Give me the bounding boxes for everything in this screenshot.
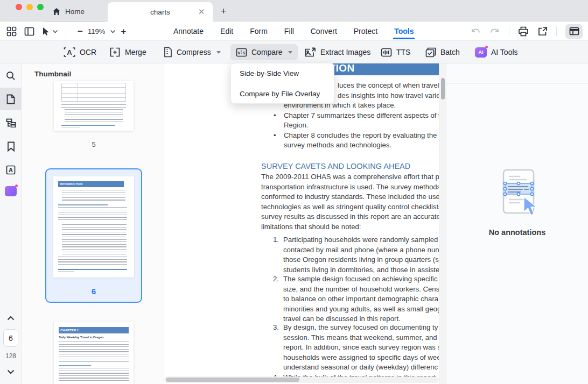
bookmark-panel-icon[interactable] — [0, 140, 22, 153]
batch-button[interactable]: Batch — [425, 41, 460, 63]
thumbnail-panel-icon[interactable] — [0, 93, 22, 105]
compare-caret-icon — [288, 51, 292, 54]
annotations-panel: No annotations — [446, 63, 588, 384]
thumb6-header: INTRODUCTION — [58, 181, 124, 187]
close-window-button[interactable] — [16, 4, 22, 10]
next-page-chevron-icon[interactable] — [0, 365, 22, 378]
svg-text:A: A — [9, 167, 13, 173]
new-tab-button[interactable]: + — [218, 6, 229, 17]
compress-caret-icon — [216, 51, 221, 54]
minimize-window-button[interactable] — [26, 4, 33, 10]
compare-button[interactable]: vs Compare — [230, 44, 298, 60]
total-pages-label: 128 — [0, 352, 22, 360]
home-icon — [52, 8, 61, 16]
ai-panel-icon[interactable] — [0, 184, 22, 197]
thumb7-header: CHAPTER 1 — [59, 327, 129, 333]
svg-text:A: A — [67, 48, 72, 56]
doc-numbered-item: 1. Participating households were randoml… — [273, 235, 439, 275]
redo-icon[interactable] — [489, 27, 500, 35]
svg-text:s: s — [242, 50, 245, 55]
no-annotations-illustration — [496, 169, 541, 223]
thumb7-title: Daily Weekday Travel in Oregon — [59, 336, 103, 339]
ocr-icon: A — [64, 47, 75, 58]
doc-numbered-item: 2. The sample design focused on achievin… — [273, 274, 441, 324]
menu-annotate[interactable]: Annotate — [173, 22, 204, 41]
window-titlebar: Home charts ✕ + — [0, 0, 588, 22]
close-tab-icon[interactable]: ✕ — [197, 7, 206, 17]
menu-tools[interactable]: Tools — [394, 22, 414, 41]
vertical-scrollbar[interactable] — [439, 63, 446, 384]
page-grid-icon[interactable] — [6, 26, 17, 37]
doc-numbered-item: 3. By design, the survey focused on docu… — [273, 323, 441, 373]
menu-convert[interactable]: Convert — [311, 22, 337, 41]
page-number-6: 6 — [46, 287, 141, 296]
reader-view-button[interactable] — [565, 24, 583, 39]
vertical-scrollbar-thumb[interactable] — [441, 78, 445, 99]
merge-icon — [109, 47, 121, 57]
menu-item-file-overlay[interactable]: Compare by File Overlay — [231, 84, 334, 104]
compress-button[interactable]: Compress — [164, 41, 221, 63]
doc-line: conformed to industry standards. These i… — [261, 192, 440, 202]
document-view[interactable]: INTRODUCTION luces the concept of when t… — [164, 63, 446, 384]
tab-home[interactable]: Home — [45, 2, 105, 22]
sidebar-toggle-icon[interactable] — [24, 27, 34, 36]
tab-charts[interactable]: charts ✕ — [108, 2, 213, 22]
compare-icon: vs — [236, 48, 247, 57]
zoom-out-button[interactable]: − — [78, 27, 83, 36]
zoom-window-button[interactable] — [37, 4, 44, 10]
tools-ribbon: A OCR Merge Compress vs Compare Extract … — [0, 41, 588, 63]
doc-bullet-item: • Chapter 8 concludes the report by eval… — [274, 131, 437, 151]
annotation-panel-icon[interactable]: A — [0, 163, 22, 176]
extract-images-icon — [305, 47, 316, 58]
undo-icon[interactable] — [470, 27, 481, 35]
merge-button[interactable]: Merge — [109, 41, 146, 63]
svg-text:v: v — [237, 50, 240, 55]
ai-tools-button[interactable]: AI AI Tools — [475, 41, 518, 63]
zoom-level-value[interactable]: 119% — [88, 27, 105, 35]
menu-item-side-by-side[interactable]: Side-by-Side View — [231, 63, 334, 84]
app-window: Home charts ✕ + − 119% + — [0, 0, 588, 384]
extract-images-button[interactable]: Extract Images — [305, 41, 370, 63]
page-thumbnail-5[interactable] — [54, 81, 134, 131]
doc-line: luces the concept of when travel t — [338, 81, 443, 91]
tab-charts-label: charts — [150, 8, 170, 16]
doc-bullet-item: • Chapter 7 summarizes these different a… — [274, 111, 440, 131]
tab-home-label: Home — [65, 8, 85, 16]
tts-icon — [381, 48, 392, 57]
horizontal-scrollbar[interactable] — [164, 376, 439, 383]
menu-protect[interactable]: Protect — [354, 22, 377, 41]
menu-form[interactable]: Form — [250, 22, 268, 41]
thumbnail-panel-title: Thumbnail — [34, 70, 71, 78]
doc-line: survey results as discussed in this repo… — [261, 212, 440, 222]
tts-button[interactable]: TTS — [381, 41, 410, 63]
outline-panel-icon[interactable] — [0, 116, 22, 129]
ai-tools-icon: AI — [475, 47, 487, 58]
horizontal-scrollbar-thumb[interactable] — [166, 378, 299, 382]
batch-icon — [425, 47, 436, 58]
doc-subheading: SURVEY CAVETS AND LOOKING AHEAD — [261, 162, 410, 170]
doc-line: limitations that should be noted: — [261, 222, 361, 232]
search-icon[interactable] — [0, 69, 22, 82]
doc-line: des insights into how travel varies — [338, 91, 444, 101]
compare-dropdown-menu: Side-by-Side View Compare by File Overla… — [230, 63, 334, 104]
share-icon[interactable] — [537, 26, 548, 37]
menu-edit[interactable]: Edit — [220, 22, 233, 41]
doc-line: technologies as well as stringent qualit… — [261, 202, 442, 212]
current-page-input[interactable]: 6 — [3, 329, 18, 347]
left-icon-rail: A 6 128 — [0, 63, 22, 384]
zoom-in-button[interactable]: + — [121, 27, 126, 36]
doc-line: transportation infrastructure is used. T… — [261, 182, 440, 193]
page-thumbnail-6-selected[interactable]: INTRODUCTION 6 — [45, 168, 142, 303]
compress-icon — [164, 47, 172, 58]
thumbnail-panel: Thumbnail 5 INTRODUCTION — [22, 63, 164, 384]
previous-page-chevron-icon[interactable] — [0, 311, 22, 324]
no-annotations-label: No annotations — [446, 228, 588, 237]
zoom-chevron-down-icon[interactable] — [110, 30, 116, 33]
select-tool-dropdown[interactable] — [42, 27, 58, 36]
main-toolbar: − 119% + Annotate Edit Form Fill Convert… — [0, 22, 588, 41]
page-thumbnail-7[interactable]: CHAPTER 1 Daily Weekday Travel in Oregon — [54, 322, 134, 384]
print-icon[interactable] — [518, 26, 529, 37]
ocr-button[interactable]: A OCR — [64, 41, 96, 63]
doc-line: The 2009-2011 OHAS was a comprehensive e… — [261, 172, 439, 182]
menu-fill[interactable]: Fill — [284, 22, 294, 41]
